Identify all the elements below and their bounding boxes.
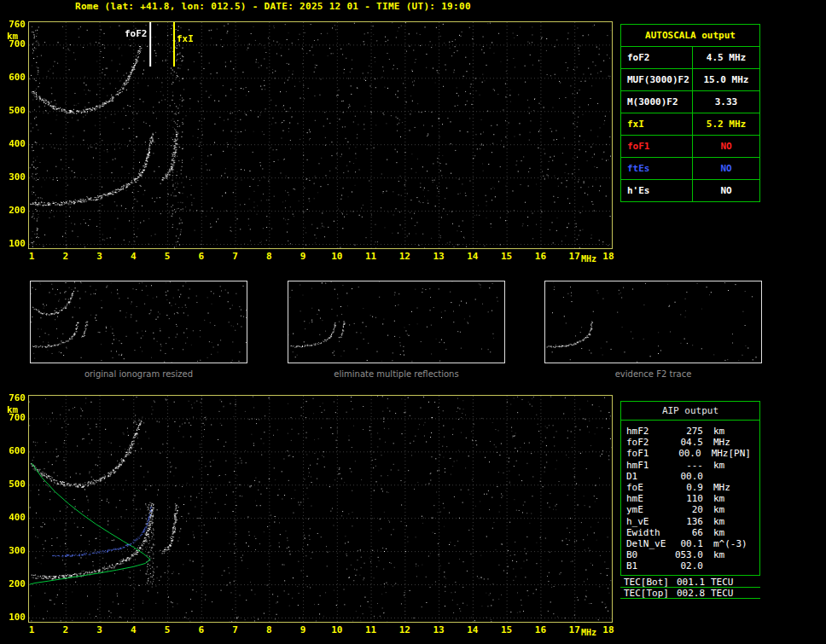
fof2-marker-label: foF2 (125, 29, 148, 38)
tec-row-value: 002.8 (677, 588, 701, 599)
aip-row-value: 110 (674, 493, 703, 504)
aip-row-value: 136 (674, 516, 703, 527)
thumbnail-caption-eliminate: eliminate multiple reflections (288, 369, 505, 379)
aip-row-label: hmF1 (621, 460, 674, 471)
aip-row-unit: MHz (713, 482, 730, 493)
autoscala-table-title: AUTOSCALA output (621, 25, 759, 47)
autoscala-row-value: 15.0 MHz (693, 69, 759, 90)
x-tick-label: 7 (232, 252, 238, 262)
aip-row-label: hmE (621, 493, 674, 504)
x-tick-label: 1 (29, 625, 35, 635)
aip-row: h_vE136km (621, 516, 759, 527)
x-tick-label: 15 (501, 625, 512, 635)
aip-row: Ewidth66km (621, 527, 759, 538)
x-tick-label: 15 (501, 252, 512, 262)
autoscala-row: h'EsNO (621, 180, 759, 201)
autoscala-row-label: foF1 (621, 136, 693, 157)
tec-row-value: 001.1 (677, 577, 701, 588)
aip-row: DelN_vE00.1m^(-3) (621, 538, 759, 549)
aip-row: B102.0 (621, 560, 759, 571)
aip-row-unit: km (713, 493, 724, 504)
autoscala-output-table: AUTOSCALA output foF24.5 MHzMUF(3000)F21… (620, 24, 760, 202)
y-tick-label: 600 (2, 446, 26, 456)
x-tick-label: 6 (198, 252, 204, 262)
autoscala-row-label: fxI (621, 113, 693, 135)
y-axis-unit-label: km (7, 32, 18, 42)
aip-row: foF204.5MHz (621, 437, 759, 448)
tec-row-label: TEC[Top] (620, 588, 677, 599)
autoscala-row: foF1NO (621, 136, 759, 158)
aip-row-label: foF1 (621, 448, 673, 459)
y-tick-label: 100 (2, 239, 26, 249)
aip-row-unit: km (713, 549, 724, 560)
aip-row-unit: km (713, 527, 724, 538)
x-tick-label: 3 (96, 625, 102, 635)
thumbnail-eliminate-reflections (288, 281, 505, 363)
aip-row-unit: km (713, 460, 724, 471)
x-tick-label: 9 (300, 252, 306, 262)
x-tick-label: 18 (602, 625, 614, 635)
x-tick-label: 13 (433, 252, 444, 262)
x-tick-label: 10 (331, 625, 342, 635)
autoscala-row-value: 3.33 (693, 91, 759, 113)
aip-row: hmF1---km (621, 460, 759, 471)
aip-row-value: --- (674, 460, 703, 471)
aip-row-value: 02.0 (674, 560, 703, 571)
aip-row-value: 00.0 (674, 471, 703, 482)
x-tick-label: 11 (365, 252, 376, 262)
x-axis-unit-label: MHz (581, 254, 596, 264)
x-tick-label: 18 (602, 252, 614, 262)
y-tick-label: 200 (2, 206, 26, 216)
autoscala-row-value: NO (693, 158, 759, 179)
tec-row-unit: TECU (711, 588, 734, 599)
y-tick-label: 760 (2, 393, 26, 403)
x-tick-label: 13 (433, 625, 444, 635)
aip-row-value: 20 (674, 504, 703, 515)
y-tick-label: 500 (2, 479, 26, 490)
x-tick-label: 2 (62, 252, 68, 262)
tec-row-label: TEC[Bot] (620, 577, 677, 588)
main-ionogram-canvas (29, 22, 612, 248)
x-tick-label: 11 (365, 625, 376, 635)
y-tick-label: 400 (2, 139, 26, 149)
aip-row-unit: m^(-3) (713, 538, 747, 549)
aip-row-value: 04.5 (674, 437, 703, 448)
aip-row-unit: km (713, 426, 724, 437)
aip-row-label: hmF2 (621, 426, 674, 437)
autoscala-row-label: ftEs (621, 158, 693, 179)
thumbnail-evidence-canvas (545, 281, 761, 363)
x-tick-label: 9 (300, 625, 306, 635)
aip-row-label: Ewidth (621, 527, 674, 538)
aip-row-label: B0 (621, 549, 674, 560)
profile-ionogram-plot (28, 395, 613, 623)
aip-table-title: AIP output (621, 402, 759, 421)
aip-row-label: B1 (621, 560, 674, 571)
x-tick-label: 16 (535, 625, 546, 635)
autoscala-row-value: 4.5 MHz (693, 47, 759, 68)
aip-row-value: 0.9 (674, 482, 703, 493)
thumbnail-caption-evidence: evidence F2 trace (544, 369, 762, 379)
aip-row-note: [PN] (729, 448, 760, 459)
aip-row-value: 66 (674, 527, 703, 538)
aip-row: ymE20km (621, 504, 759, 515)
aip-row-label: foF2 (621, 437, 674, 448)
aip-row-unit: km (713, 516, 724, 527)
y-tick-label: 200 (2, 579, 26, 589)
x-tick-label: 8 (266, 252, 272, 262)
aip-row: B0053.0km (621, 549, 759, 560)
y-tick-label: 400 (2, 513, 26, 523)
fxi-marker-label: fxI (177, 34, 194, 44)
autoscala-table-body: foF24.5 MHzMUF(3000)F215.0 MHzM(3000)F23… (621, 47, 759, 201)
x-tick-label: 12 (399, 625, 410, 635)
x-tick-label: 1 (29, 252, 35, 262)
x-tick-label: 5 (165, 625, 171, 635)
aip-row-value: 275 (674, 426, 703, 437)
autoscala-screen: Rome (lat: +41.8, lon: 012.5) - DATE: 20… (0, 0, 826, 644)
autoscala-row: M(3000)F23.33 (621, 91, 759, 113)
aip-table-body: hmF2275kmfoF204.5MHzfoF100.0MHz[PN]hmF1-… (621, 421, 759, 575)
x-tick-label: 4 (131, 252, 137, 262)
y-tick-label: 100 (2, 612, 26, 623)
aip-row-label: DelN_vE (621, 538, 674, 549)
aip-row: hmE110km (621, 493, 759, 504)
aip-row: foE0.9MHz (621, 482, 759, 493)
